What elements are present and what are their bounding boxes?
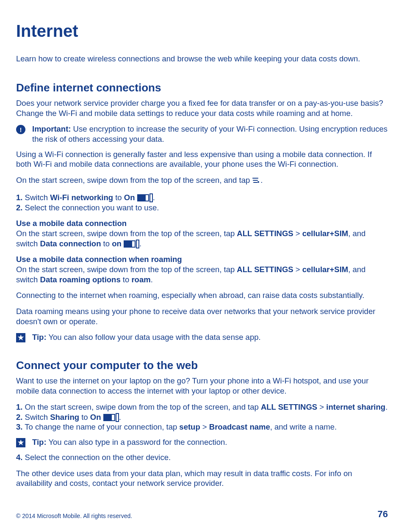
paragraph: Using a Wi-Fi connection is generally fa… — [16, 149, 388, 169]
tip-callout: ★ Tip: You can also follow your data usa… — [16, 332, 388, 342]
tip-star-icon: ★ — [16, 333, 25, 342]
paragraph: Data roaming means using your phone to r… — [16, 306, 388, 326]
section-heading: Connect your computer to the web — [16, 358, 388, 372]
step-1: 1. On the start screen, swipe down from … — [16, 402, 388, 412]
paragraph: On the start screen, swipe down from the… — [16, 265, 388, 284]
paragraph: Want to use the internet on your laptop … — [16, 376, 388, 396]
important-icon: ! — [16, 125, 25, 134]
paragraph: On the start screen, swipe down from the… — [16, 175, 388, 187]
tip-text: Tip: You can also type in a password for… — [32, 437, 388, 447]
toggle-on-icon — [103, 413, 119, 422]
step-2: 2. Switch Sharing to On . — [16, 412, 388, 422]
page-number: 76 — [378, 508, 388, 520]
paragraph: Connecting to the internet when roaming,… — [16, 290, 388, 300]
step-4: 4. Select the connection on the other de… — [16, 452, 388, 463]
settings-stripes-icon — [252, 176, 260, 187]
manual-page: Internet Learn how to create wireless co… — [0, 0, 404, 532]
paragraph: On the start screen, swipe down from the… — [16, 229, 388, 248]
intro-text: Learn how to create wireless connections… — [16, 54, 388, 64]
tip-text: Tip: You can also follow your data usage… — [32, 332, 388, 342]
section-heading: Define internet connections — [16, 81, 388, 95]
step-2: 2. Select the connection you want to use… — [16, 203, 388, 213]
page-footer: © 2014 Microsoft Mobile. All rights rese… — [16, 508, 388, 520]
paragraph: The other device uses data from your dat… — [16, 469, 388, 488]
subheading: Use a mobile data connection when roamin… — [16, 254, 388, 265]
tip-star-icon: ★ — [16, 438, 25, 447]
paragraph: Does your network service provider charg… — [16, 98, 388, 118]
copyright-text: © 2014 Microsoft Mobile. All rights rese… — [16, 513, 132, 520]
step-3: 3. To change the name of your connection… — [16, 422, 388, 432]
important-callout: ! Important: Use encryption to increase … — [16, 124, 388, 144]
svg-point-0 — [257, 181, 259, 183]
important-text: Important: Use encryption to increase th… — [32, 124, 388, 144]
subheading: Use a mobile data connection — [16, 218, 388, 229]
toggle-on-icon — [137, 193, 153, 202]
toggle-on-icon — [124, 240, 139, 248]
tip-callout: ★ Tip: You can also type in a password f… — [16, 437, 388, 447]
page-title: Internet — [16, 20, 388, 42]
step-1: 1. Switch Wi-Fi networking to On . — [16, 193, 388, 203]
